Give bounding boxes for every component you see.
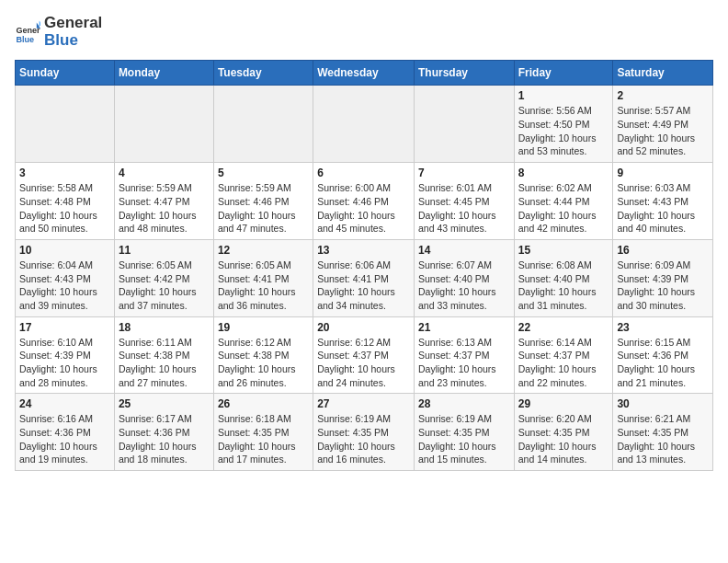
day-number: 9 (617, 167, 709, 179)
day-info: Sunrise: 6:12 AM Sunset: 4:37 PM Dayligh… (317, 336, 410, 390)
calendar-cell: 14Sunrise: 6:07 AM Sunset: 4:40 PM Dayli… (414, 239, 514, 316)
week-row-1: 1Sunrise: 5:56 AM Sunset: 4:50 PM Daylig… (16, 86, 713, 163)
day-number: 15 (518, 244, 609, 257)
svg-marker-3 (40, 20, 40, 26)
day-number: 8 (518, 167, 609, 179)
calendar-cell: 20Sunrise: 6:12 AM Sunset: 4:37 PM Dayli… (313, 316, 415, 394)
day-info: Sunrise: 5:59 AM Sunset: 4:46 PM Dayligh… (218, 181, 309, 236)
weekday-saturday: Saturday (613, 61, 713, 86)
calendar-cell (213, 86, 313, 163)
weekday-friday: Friday (514, 61, 613, 86)
day-number: 20 (317, 321, 410, 334)
calendar-cell: 27Sunrise: 6:19 AM Sunset: 4:35 PM Dayli… (313, 394, 415, 471)
day-number: 1 (518, 89, 609, 102)
calendar-cell: 6Sunrise: 6:00 AM Sunset: 4:46 PM Daylig… (313, 163, 415, 240)
day-number: 2 (617, 89, 709, 102)
calendar-cell: 7Sunrise: 6:01 AM Sunset: 4:45 PM Daylig… (414, 163, 514, 240)
day-number: 3 (19, 167, 110, 179)
day-info: Sunrise: 6:21 AM Sunset: 4:35 PM Dayligh… (617, 412, 709, 466)
day-number: 4 (119, 167, 210, 179)
weekday-monday: Monday (114, 61, 213, 86)
day-number: 17 (19, 321, 110, 334)
calendar-cell: 28Sunrise: 6:19 AM Sunset: 4:35 PM Dayli… (414, 394, 514, 471)
day-info: Sunrise: 6:03 AM Sunset: 4:43 PM Dayligh… (617, 181, 709, 236)
day-info: Sunrise: 5:58 AM Sunset: 4:48 PM Dayligh… (19, 181, 110, 236)
day-number: 14 (418, 244, 510, 257)
calendar-cell: 9Sunrise: 6:03 AM Sunset: 4:43 PM Daylig… (613, 163, 713, 240)
week-row-4: 17Sunrise: 6:10 AM Sunset: 4:39 PM Dayli… (16, 316, 713, 394)
day-number: 6 (317, 167, 410, 179)
day-info: Sunrise: 6:19 AM Sunset: 4:35 PM Dayligh… (418, 412, 510, 466)
day-info: Sunrise: 6:14 AM Sunset: 4:37 PM Dayligh… (518, 336, 609, 390)
calendar-cell: 25Sunrise: 6:17 AM Sunset: 4:36 PM Dayli… (114, 394, 213, 471)
day-number: 22 (518, 321, 609, 334)
day-info: Sunrise: 5:57 AM Sunset: 4:49 PM Dayligh… (617, 104, 709, 158)
day-info: Sunrise: 6:09 AM Sunset: 4:39 PM Dayligh… (617, 259, 709, 313)
calendar-cell (313, 86, 415, 163)
calendar-cell: 1Sunrise: 5:56 AM Sunset: 4:50 PM Daylig… (514, 86, 613, 163)
day-number: 23 (617, 321, 709, 334)
calendar-cell: 23Sunrise: 6:15 AM Sunset: 4:36 PM Dayli… (613, 316, 713, 394)
day-info: Sunrise: 6:05 AM Sunset: 4:41 PM Dayligh… (218, 259, 309, 313)
day-number: 10 (19, 244, 110, 257)
calendar-cell: 10Sunrise: 6:04 AM Sunset: 4:43 PM Dayli… (16, 239, 115, 316)
calendar-cell: 11Sunrise: 6:05 AM Sunset: 4:42 PM Dayli… (114, 239, 213, 316)
day-info: Sunrise: 6:15 AM Sunset: 4:36 PM Dayligh… (617, 336, 709, 390)
day-info: Sunrise: 6:18 AM Sunset: 4:35 PM Dayligh… (218, 412, 309, 466)
header: General Blue General Blue (15, 15, 713, 49)
day-info: Sunrise: 6:02 AM Sunset: 4:44 PM Dayligh… (518, 181, 609, 236)
weekday-sunday: Sunday (16, 61, 115, 86)
calendar-cell: 18Sunrise: 6:11 AM Sunset: 4:38 PM Dayli… (114, 316, 213, 394)
day-number: 5 (218, 167, 309, 179)
day-number: 13 (317, 244, 410, 257)
calendar-cell: 3Sunrise: 5:58 AM Sunset: 4:48 PM Daylig… (16, 163, 115, 240)
day-info: Sunrise: 6:12 AM Sunset: 4:38 PM Dayligh… (218, 336, 309, 390)
day-info: Sunrise: 6:17 AM Sunset: 4:36 PM Dayligh… (119, 412, 210, 466)
day-info: Sunrise: 6:06 AM Sunset: 4:41 PM Dayligh… (317, 259, 410, 313)
day-info: Sunrise: 5:56 AM Sunset: 4:50 PM Dayligh… (518, 104, 609, 158)
day-info: Sunrise: 6:00 AM Sunset: 4:46 PM Dayligh… (317, 181, 410, 236)
logo-blue: Blue (44, 32, 102, 50)
weekday-header-row: SundayMondayTuesdayWednesdayThursdayFrid… (16, 61, 713, 86)
day-number: 26 (218, 397, 309, 410)
logo-icon: General Blue (15, 19, 40, 45)
day-number: 11 (119, 244, 210, 257)
calendar-body: 1Sunrise: 5:56 AM Sunset: 4:50 PM Daylig… (16, 86, 713, 471)
day-info: Sunrise: 6:19 AM Sunset: 4:35 PM Dayligh… (317, 412, 410, 466)
day-info: Sunrise: 6:08 AM Sunset: 4:40 PM Dayligh… (518, 259, 609, 313)
day-info: Sunrise: 6:16 AM Sunset: 4:36 PM Dayligh… (19, 412, 110, 466)
calendar-cell: 4Sunrise: 5:59 AM Sunset: 4:47 PM Daylig… (114, 163, 213, 240)
day-number: 24 (19, 397, 110, 410)
calendar-cell (114, 86, 213, 163)
day-number: 30 (617, 397, 709, 410)
weekday-thursday: Thursday (414, 61, 514, 86)
day-info: Sunrise: 6:13 AM Sunset: 4:37 PM Dayligh… (418, 336, 510, 390)
day-number: 29 (518, 397, 609, 410)
day-number: 16 (617, 244, 709, 257)
logo-general: General (44, 15, 102, 32)
day-number: 7 (418, 167, 510, 179)
day-info: Sunrise: 6:04 AM Sunset: 4:43 PM Dayligh… (19, 259, 110, 313)
day-number: 21 (418, 321, 510, 334)
day-info: Sunrise: 6:10 AM Sunset: 4:39 PM Dayligh… (19, 336, 110, 390)
calendar-cell: 13Sunrise: 6:06 AM Sunset: 4:41 PM Dayli… (313, 239, 415, 316)
calendar-cell: 12Sunrise: 6:05 AM Sunset: 4:41 PM Dayli… (213, 239, 313, 316)
calendar-cell: 5Sunrise: 5:59 AM Sunset: 4:46 PM Daylig… (213, 163, 313, 240)
day-info: Sunrise: 6:07 AM Sunset: 4:40 PM Dayligh… (418, 259, 510, 313)
calendar-cell: 21Sunrise: 6:13 AM Sunset: 4:37 PM Dayli… (414, 316, 514, 394)
calendar-cell (16, 86, 115, 163)
calendar-cell: 26Sunrise: 6:18 AM Sunset: 4:35 PM Dayli… (213, 394, 313, 471)
calendar-cell: 29Sunrise: 6:20 AM Sunset: 4:35 PM Dayli… (514, 394, 613, 471)
day-number: 27 (317, 397, 410, 410)
day-info: Sunrise: 5:59 AM Sunset: 4:47 PM Dayligh… (119, 181, 210, 236)
calendar-cell: 17Sunrise: 6:10 AM Sunset: 4:39 PM Dayli… (16, 316, 115, 394)
week-row-3: 10Sunrise: 6:04 AM Sunset: 4:43 PM Dayli… (16, 239, 713, 316)
svg-text:Blue: Blue (16, 34, 34, 43)
day-number: 28 (418, 397, 510, 410)
week-row-5: 24Sunrise: 6:16 AM Sunset: 4:36 PM Dayli… (16, 394, 713, 471)
weekday-wednesday: Wednesday (313, 61, 415, 86)
day-info: Sunrise: 6:01 AM Sunset: 4:45 PM Dayligh… (418, 181, 510, 236)
day-number: 19 (218, 321, 309, 334)
calendar-cell: 16Sunrise: 6:09 AM Sunset: 4:39 PM Dayli… (613, 239, 713, 316)
calendar-cell: 22Sunrise: 6:14 AM Sunset: 4:37 PM Dayli… (514, 316, 613, 394)
